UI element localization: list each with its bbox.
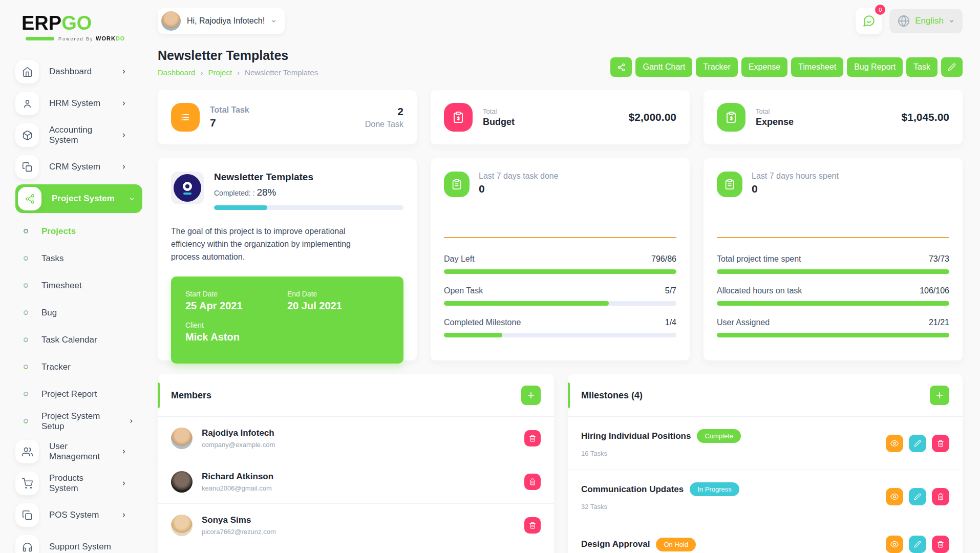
progress-fill <box>717 301 949 306</box>
sidebar-item-label: HRM System <box>49 98 100 109</box>
powered-by: Powered By WORKDO <box>26 35 134 41</box>
view-milestone-button[interactable] <box>886 536 903 553</box>
add-member-button[interactable] <box>521 386 541 405</box>
add-milestone-button[interactable] <box>930 386 949 405</box>
sidebar-subitem-project-system-setup[interactable]: Project System Setup <box>24 408 134 435</box>
sidebar-subitem-bug[interactable]: Bug <box>24 299 134 326</box>
tracker-button[interactable]: Tracker <box>696 57 738 77</box>
workdo-work: WORK <box>96 35 116 41</box>
view-milestone-button[interactable] <box>886 435 903 452</box>
gantt-chart-button[interactable]: Gantt Chart <box>635 57 692 77</box>
breadcrumb-project[interactable]: Project <box>208 68 232 77</box>
language-label: English <box>915 16 944 26</box>
lists-row: Members Rajodiya Infotech company@exampl… <box>158 374 963 553</box>
delete-milestone-button[interactable] <box>932 536 949 553</box>
project-overview-card: Newsletter Templates Completed: :28% The… <box>158 158 417 360</box>
task-summary-value: 0 <box>479 183 559 195</box>
edit-button[interactable] <box>941 57 963 77</box>
total-task-label: Total Task <box>210 105 249 115</box>
bullet-icon <box>24 392 28 396</box>
logo-underline <box>26 37 54 40</box>
delete-milestone-button[interactable] <box>932 488 949 505</box>
edit-milestone-button[interactable] <box>909 536 926 553</box>
topbar: Hi, Rajodiya Infotech! 0 English <box>158 5 963 37</box>
client-value: Mick Aston <box>185 331 287 343</box>
completed-progress-fill <box>214 205 267 210</box>
chevron-right-icon <box>121 449 127 455</box>
delete-member-button[interactable] <box>524 474 541 490</box>
sidebar-item-products-system[interactable]: Products System <box>15 467 134 499</box>
delete-member-button[interactable] <box>524 517 541 534</box>
sidebar-item-label: Dashboard <box>49 67 92 77</box>
sidebar-item-label: Support System <box>49 542 111 552</box>
chevron-down-icon <box>949 18 954 24</box>
sidebar-item-hrm[interactable]: HRM System <box>15 88 134 119</box>
timesheet-button[interactable]: Timesheet <box>791 57 843 77</box>
stats-row: Total Task 7 2 Done Task $ Total Budget … <box>158 90 963 144</box>
member-name: Sonya Sims <box>202 515 276 525</box>
sidebar-item-user-management[interactable]: User Management <box>15 436 134 467</box>
budget-clipboard-icon: $ <box>444 103 473 132</box>
status-badge: On Hold <box>656 538 696 551</box>
progress-value: 796/86 <box>651 254 676 264</box>
total-task-value: 7 <box>210 117 249 129</box>
done-task-value: 2 <box>365 105 403 118</box>
expense-button[interactable]: Expense <box>741 57 787 77</box>
breadcrumb: Dashboard › Project › Newsletter Templat… <box>158 68 318 77</box>
edit-milestone-button[interactable] <box>909 435 926 452</box>
edit-milestone-button[interactable] <box>909 488 926 505</box>
trash-icon <box>529 435 536 442</box>
page-actions: Gantt Chart Tracker Expense Timesheet Bu… <box>610 57 963 77</box>
hours-summary-title: Last 7 days hours spent <box>752 172 839 181</box>
project-description: The goal of this project is to improve o… <box>171 225 366 263</box>
eye-icon <box>890 493 899 501</box>
hours-chart-line <box>717 237 949 238</box>
breadcrumb-separator: › <box>200 68 203 77</box>
chevron-right-icon <box>121 164 127 170</box>
app-logo[interactable]: ERPGO Powered By WORKDO <box>22 12 134 41</box>
sidebar-item-dashboard[interactable]: Dashboard <box>15 56 134 88</box>
members-title: Members <box>171 390 211 401</box>
progress-fill <box>717 269 949 274</box>
sidebar-item-crm[interactable]: CRM System <box>15 151 134 183</box>
sidebar-item-pos-system[interactable]: POS System <box>15 499 134 531</box>
sidebar-item-accounting[interactable]: Accounting System <box>15 119 134 151</box>
user-greeting: Hi, Rajodiya Infotech! <box>187 16 265 26</box>
sidebar-item-project-system[interactable]: Project System <box>15 184 142 213</box>
user-menu[interactable]: Hi, Rajodiya Infotech! <box>158 8 285 34</box>
chevron-right-icon <box>129 418 134 424</box>
svg-text:$: $ <box>457 116 459 121</box>
sidebar-subitem-tasks[interactable]: Tasks <box>24 245 134 272</box>
sidebar-subitem-projects[interactable]: Projects <box>24 218 134 245</box>
progress-row-time-spent: Total project time spent73/73 <box>717 254 949 274</box>
member-name: Richard Atkinson <box>202 472 273 482</box>
expense-label: Expense <box>756 117 794 127</box>
chevron-right-icon <box>121 100 127 107</box>
sidebar-item-support-system[interactable]: Support System <box>15 531 134 553</box>
sidebar-item-label: Products System <box>49 473 111 494</box>
total-expense-card: $ Total Expense $1,045.00 <box>704 90 963 144</box>
sidebar-subitem-timesheet[interactable]: Timesheet <box>24 272 134 299</box>
breadcrumb-dashboard[interactable]: Dashboard <box>158 68 195 77</box>
copy-icon <box>15 155 39 179</box>
share-button[interactable] <box>610 57 632 77</box>
bug-report-button[interactable]: Bug Report <box>847 57 903 77</box>
delete-member-button[interactable] <box>524 430 541 446</box>
sidebar-nav: Dashboard HRM System Accounting System C… <box>15 56 134 553</box>
sidebar-subitem-project-report[interactable]: Project Report <box>24 380 134 408</box>
home-icon <box>15 60 39 83</box>
task-summary-card: Last 7 days task done 0 Day Left796/86 O… <box>431 158 690 360</box>
end-date-value: 20 Jul 2021 <box>287 300 389 312</box>
pencil-icon <box>914 493 921 500</box>
sidebar-subitem-tracker[interactable]: Tracker <box>24 353 134 380</box>
hours-summary-value: 0 <box>752 183 839 195</box>
chevron-right-icon <box>121 512 127 518</box>
completed-value: 28% <box>257 187 276 198</box>
task-button[interactable]: Task <box>906 57 938 77</box>
view-milestone-button[interactable] <box>886 488 903 505</box>
language-selector[interactable]: English <box>889 9 963 33</box>
member-email: company@example.com <box>202 441 275 449</box>
sidebar-subitem-task-calendar[interactable]: Task Calendar <box>24 326 134 353</box>
delete-milestone-button[interactable] <box>932 435 949 452</box>
notifications-button[interactable]: 0 <box>856 8 882 34</box>
